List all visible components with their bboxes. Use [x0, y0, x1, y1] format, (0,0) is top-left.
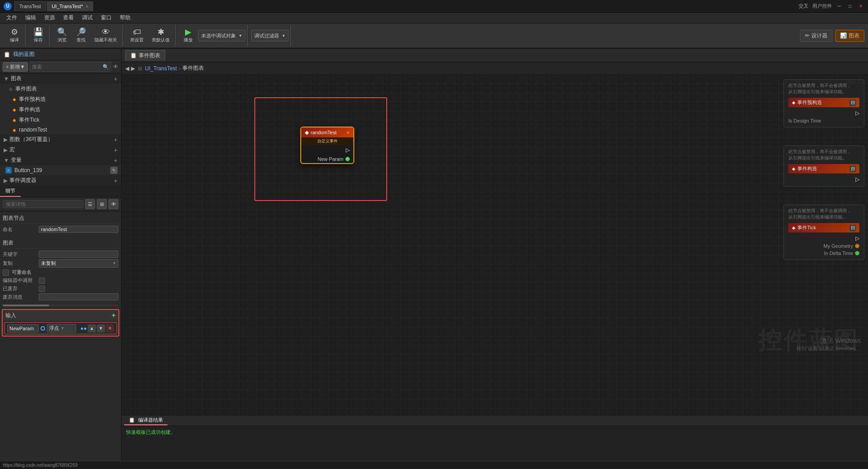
- event-dispatcher-header[interactable]: ▶ 事件调度器 +: [0, 175, 121, 186]
- bottom-tab-bar: 📋 编译器结果: [122, 415, 868, 426]
- variables-section-header[interactable]: ▼ 变量 +: [0, 155, 121, 165]
- macro-add-icon[interactable]: +: [114, 136, 118, 143]
- toolbar-group-compile: ⚙ 编译: [4, 25, 26, 46]
- find-button[interactable]: 🔎 查找: [72, 26, 90, 45]
- prop-callineditor-checkbox[interactable]: [39, 278, 45, 284]
- canvas-breadcrumb: ◀ ▶ ⊞ UI_TransTest › 事件图表: [122, 62, 868, 75]
- graph-section-header[interactable]: ▼ 图表 +: [0, 73, 121, 84]
- disabled-node-construct: 此节点被禁用，将不会被调用，从引脚连出引线来编译功能。 ◆ 事件构造 ⊟ ▷: [783, 146, 864, 187]
- class-settings-button[interactable]: 🏷 类设置: [127, 26, 147, 45]
- menu-asset[interactable]: 资源: [41, 13, 59, 23]
- input-up-button[interactable]: ▲: [88, 324, 96, 332]
- tab-ui-trans-test[interactable]: UI_TransTest* ×: [47, 1, 93, 11]
- toolbar-group-save: 💾 保存: [27, 25, 50, 46]
- bottom-tab-compiler-results[interactable]: 📋 编译器结果: [124, 416, 167, 425]
- bp-node-param-row: New Param: [301, 155, 353, 163]
- bp-node-random-test[interactable]: ◆ randomTest ✕ 自定义事件 ▷ New Param: [300, 127, 354, 164]
- tree-event-preconstruct[interactable]: ◆ 事件预构造: [0, 94, 121, 105]
- prop-deprecation-msg-row: 废弃消息: [3, 293, 118, 301]
- prop-deprecated-label: 已废弃: [3, 285, 39, 292]
- prop-name-input[interactable]: [39, 226, 118, 233]
- prop-canrename-row: 可重命名: [3, 269, 118, 276]
- compile-button[interactable]: ⚙ 编译: [5, 26, 23, 45]
- menu-help[interactable]: 帮助: [116, 13, 134, 23]
- save-button[interactable]: 💾 保存: [29, 26, 47, 45]
- macro-section: ▶ 图数（36可覆盖） +: [0, 134, 121, 145]
- macro-label-header[interactable]: ▶ 宏 +: [0, 145, 121, 155]
- menu-view[interactable]: 查看: [59, 13, 77, 23]
- prop-canrename-checkbox[interactable]: [3, 269, 9, 276]
- breadcrumb-root-link[interactable]: UI_TransTest: [145, 65, 177, 72]
- canvas-body[interactable]: 缩放 1:1 ◆ randomTest ✕ 自定义事件 ▷ New Param: [122, 75, 868, 415]
- class-defaults-button[interactable]: ✱ 类默认值: [148, 26, 173, 45]
- prop-callineditor-row: 编辑器中调用: [3, 277, 118, 284]
- prop-deprecated-checkbox[interactable]: [39, 286, 45, 292]
- maximize-button[interactable]: □: [846, 3, 854, 10]
- nav-back-icon[interactable]: ◀: [125, 65, 129, 72]
- node-view-eye-icon[interactable]: 👁: [108, 199, 118, 209]
- debug-target-dropdown[interactable]: 未选中调试对象: [198, 30, 245, 41]
- hide-unrelated-button[interactable]: 👁 隐藏不相关: [91, 26, 121, 45]
- exec-symbol-3: ▷: [855, 235, 859, 241]
- tree-random-test[interactable]: ◆ randomTest: [0, 125, 121, 134]
- graph-add-icon[interactable]: +: [114, 75, 118, 82]
- prop-copy-select[interactable]: 未复制: [39, 259, 118, 268]
- designer-button[interactable]: ✏ 设计器: [800, 30, 832, 42]
- param-pin-circle[interactable]: [345, 157, 350, 161]
- tree-event-graph[interactable]: ◇ 事件图表: [0, 84, 121, 94]
- variables-arrow-icon: ▼: [4, 157, 9, 164]
- node-close-icon[interactable]: ✕: [346, 130, 350, 135]
- new-add-button[interactable]: + 新增▼: [3, 62, 28, 72]
- diamond-icon4: ◆: [13, 127, 16, 132]
- breadcrumb-current: 事件图表: [182, 64, 204, 72]
- tree-event-tick[interactable]: ◆ 事件Tick: [0, 115, 121, 125]
- node-view-list-icon[interactable]: ⊞: [97, 199, 107, 209]
- tab-details[interactable]: 细节: [0, 186, 21, 197]
- exec-symbol-1: ▷: [855, 110, 859, 116]
- play-button[interactable]: ▶ 播放: [179, 26, 197, 45]
- browse-button[interactable]: 🔍 浏览: [53, 26, 71, 45]
- prop-deprecation-input[interactable]: [39, 293, 118, 301]
- delta-time-pin[interactable]: [855, 251, 859, 255]
- event-dispatcher-add-icon[interactable]: +: [114, 177, 118, 184]
- left-search-input[interactable]: [32, 64, 103, 69]
- variable-button-139[interactable]: B Button_139 ✎: [0, 165, 121, 175]
- canvas-tab-event-graph[interactable]: 📋 事件图表: [125, 50, 165, 61]
- close-button[interactable]: ✕: [857, 3, 864, 10]
- menu-debug[interactable]: 调试: [78, 13, 96, 23]
- tab-trans-test[interactable]: TransTest: [14, 1, 46, 11]
- prop-keyword-input[interactable]: [39, 250, 118, 258]
- prop-name-row: 命名: [3, 226, 118, 233]
- disabled-node-preconstruct: 此节点被禁用，将不会被调用，从引脚连出引线来编译功能。 ◆ 事件预构造 ⊟ ▷ …: [783, 79, 864, 127]
- input-down-button[interactable]: ▼: [97, 324, 105, 332]
- menu-file[interactable]: 文件: [3, 13, 21, 23]
- prop-name-label: 命名: [3, 226, 39, 233]
- graph-button[interactable]: 📊 图表: [835, 30, 864, 42]
- canvas-header: 📋 事件图表: [122, 49, 868, 62]
- view-options-icon[interactable]: 👁: [113, 64, 118, 70]
- tree-event-construct[interactable]: ◆ 事件构造: [0, 105, 121, 115]
- variables-add-icon[interactable]: +: [114, 157, 118, 164]
- node-search-input[interactable]: [3, 200, 83, 208]
- menu-window[interactable]: 窗口: [97, 13, 115, 23]
- event-dispatcher-section: ▶ 事件调度器 +: [0, 175, 121, 186]
- macro-section-header[interactable]: ▶ 图数（36可覆盖） +: [0, 134, 121, 145]
- nav-forward-icon[interactable]: ▶: [131, 65, 135, 72]
- node-view-grid-icon[interactable]: ☰: [85, 199, 95, 209]
- tab-close-icon[interactable]: ×: [86, 4, 88, 9]
- variable-edit-icon[interactable]: ✎: [110, 167, 118, 174]
- node-panel: 细节 ☰ ⊞ 👁 图表节点 命名 图表 关键字: [0, 186, 121, 469]
- input-type-select[interactable]: 浮点: [47, 324, 76, 332]
- minimize-button[interactable]: ─: [836, 3, 843, 10]
- input-add-icon[interactable]: +: [112, 311, 116, 319]
- diamond-icon3: ◆: [13, 118, 16, 123]
- input-param-name[interactable]: [7, 324, 39, 332]
- macro-label-add-icon[interactable]: +: [114, 146, 118, 154]
- disabled-node3-diamond: ◆: [792, 225, 796, 230]
- debug-filter-dropdown[interactable]: 调试过滤器: [251, 30, 289, 41]
- input-delete-button[interactable]: ✕: [106, 324, 114, 332]
- my-geometry-pin[interactable]: [855, 244, 859, 248]
- menu-edit[interactable]: 编辑: [22, 13, 40, 23]
- my-blueprint-bar: 📋 我的蓝图: [0, 49, 121, 60]
- toolbar-group-browse: 🔍 浏览 🔎 查找 👁 隐藏不相关: [51, 25, 123, 46]
